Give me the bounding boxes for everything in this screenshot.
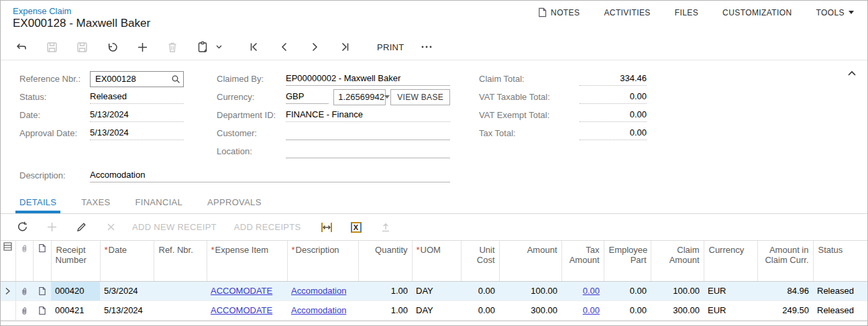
activities-menu-item[interactable]: ACTIVITIES bbox=[604, 8, 650, 17]
approval-date-value[interactable]: 5/13/2024 bbox=[90, 126, 184, 140]
reference-nbr-input[interactable]: EX000128 bbox=[90, 71, 184, 87]
column-amount-in-claim-curr[interactable]: Amount in Claim Curr. bbox=[757, 241, 813, 281]
notes-menu-item[interactable]: NOTES bbox=[538, 7, 580, 17]
more-actions-button[interactable] bbox=[418, 38, 435, 56]
files-menu-item[interactable]: FILES bbox=[675, 8, 698, 17]
cell-ref-nbr[interactable] bbox=[154, 281, 207, 301]
upload-file-button[interactable] bbox=[378, 219, 394, 235]
cell-currency[interactable]: EUR bbox=[704, 301, 757, 320]
previous-record-button[interactable] bbox=[276, 38, 293, 56]
column-currency[interactable]: Currency bbox=[704, 241, 757, 281]
customization-menu-item[interactable]: CUSTOMIZATION bbox=[722, 8, 792, 17]
cell-currency[interactable]: EUR bbox=[704, 281, 757, 301]
department-value[interactable]: FINANCE - Finance bbox=[286, 108, 450, 122]
cell-employee-part[interactable]: 0.00 bbox=[604, 281, 651, 301]
cell-expense-item[interactable]: ACCOMODATE bbox=[207, 301, 287, 320]
column-tax-amount[interactable]: Tax Amount bbox=[561, 241, 604, 281]
column-settings-button[interactable] bbox=[1, 241, 15, 281]
cell-quantity[interactable]: 1.00 bbox=[358, 281, 412, 301]
currency-code-field[interactable]: GBP bbox=[286, 90, 329, 104]
column-employee-part[interactable]: Employee Part bbox=[604, 241, 651, 281]
column-expense-item[interactable]: *Expense Item bbox=[207, 241, 287, 281]
row-selector[interactable] bbox=[1, 281, 15, 301]
cell-receipt-number[interactable]: 000421 bbox=[51, 301, 100, 320]
column-receipt-number[interactable]: Receipt Number bbox=[51, 241, 100, 281]
refresh-button[interactable] bbox=[14, 219, 30, 235]
first-record-button[interactable] bbox=[246, 38, 263, 56]
column-status[interactable]: Status bbox=[813, 241, 868, 281]
tab-approvals[interactable]: APPROVALS bbox=[207, 197, 262, 213]
view-base-button[interactable]: VIEW BASE bbox=[390, 89, 450, 105]
copy-paste-menu-caret[interactable] bbox=[214, 38, 223, 56]
cell-amount-in-claim-curr[interactable]: 84.96 bbox=[757, 281, 813, 301]
column-unit-cost[interactable]: Unit Cost bbox=[461, 241, 499, 281]
fit-to-screen-button[interactable] bbox=[319, 219, 335, 235]
cell-description[interactable]: Accomodation bbox=[287, 301, 358, 320]
cell-employee-part[interactable]: 0.00 bbox=[604, 301, 651, 320]
tab-financial[interactable]: FINANCIAL bbox=[135, 197, 183, 213]
row-selector[interactable] bbox=[1, 301, 15, 320]
customer-field[interactable] bbox=[286, 126, 450, 140]
delete-row-button[interactable] bbox=[103, 219, 119, 235]
cell-uom[interactable]: DAY bbox=[412, 281, 461, 301]
table-row[interactable]: 000421 5/13/2024 ACCOMODATE Accomodation… bbox=[1, 301, 868, 320]
cell-tax-amount[interactable]: 0.00 bbox=[561, 301, 604, 320]
column-description[interactable]: *Description bbox=[287, 241, 358, 281]
description-field[interactable]: Accomodation bbox=[90, 168, 450, 182]
cell-quantity[interactable]: 1.00 bbox=[358, 301, 412, 320]
tab-details[interactable]: DETAILS bbox=[19, 197, 56, 213]
cancel-undo-button[interactable] bbox=[103, 38, 121, 56]
back-button[interactable] bbox=[13, 38, 30, 56]
tools-menu-item[interactable]: TOOLS bbox=[816, 8, 854, 17]
cell-claim-amount[interactable]: 100.00 bbox=[651, 281, 704, 301]
edit-row-button[interactable] bbox=[73, 219, 89, 235]
add-new-receipt-button[interactable]: ADD NEW RECEIPT bbox=[132, 222, 217, 232]
cell-claim-amount[interactable]: 300.00 bbox=[651, 301, 704, 320]
column-amount[interactable]: Amount bbox=[499, 241, 561, 281]
location-field[interactable] bbox=[286, 144, 450, 158]
cell-tax-amount[interactable]: 0.00 bbox=[561, 281, 604, 301]
cell-uom[interactable]: DAY bbox=[412, 301, 461, 320]
column-ref-nbr[interactable]: Ref. Nbr. bbox=[154, 241, 207, 281]
delete-button[interactable] bbox=[164, 38, 181, 56]
save-and-close-button[interactable] bbox=[43, 38, 60, 56]
cell-description[interactable]: Accomodation bbox=[287, 281, 358, 301]
print-button[interactable]: PRINT bbox=[377, 42, 404, 52]
insert-button[interactable] bbox=[133, 38, 151, 56]
cell-unit-cost[interactable]: 0.00 bbox=[461, 281, 499, 301]
column-claim-amount[interactable]: Claim Amount bbox=[651, 241, 704, 281]
note-cell[interactable] bbox=[33, 281, 51, 301]
date-value[interactable]: 5/13/2024 bbox=[90, 108, 184, 122]
add-row-button[interactable] bbox=[44, 219, 60, 235]
attachment-cell[interactable] bbox=[15, 281, 33, 301]
export-to-excel-button[interactable]: X bbox=[348, 219, 364, 235]
cell-expense-item[interactable]: ACCOMODATE bbox=[207, 281, 287, 301]
copy-paste-button[interactable] bbox=[194, 38, 211, 56]
last-record-button[interactable] bbox=[336, 38, 354, 56]
cell-status[interactable]: Released bbox=[813, 301, 868, 320]
cell-ref-nbr[interactable] bbox=[154, 301, 207, 320]
column-uom[interactable]: *UOM bbox=[412, 241, 461, 281]
breadcrumb[interactable]: Expense Claim bbox=[13, 6, 71, 16]
add-receipts-button[interactable]: ADD RECEIPTS bbox=[234, 222, 301, 232]
cell-amount[interactable]: 300.00 bbox=[499, 301, 561, 320]
collapse-panel-button[interactable] bbox=[845, 66, 859, 80]
tab-taxes[interactable]: TAXES bbox=[81, 197, 110, 213]
currency-rate-combo[interactable]: 1.26569942 bbox=[333, 89, 386, 105]
save-button[interactable] bbox=[73, 38, 91, 56]
cell-status[interactable]: Released bbox=[813, 281, 868, 301]
note-cell[interactable] bbox=[33, 301, 51, 320]
cell-amount-in-claim-curr[interactable]: 249.50 bbox=[757, 301, 813, 320]
cell-unit-cost[interactable]: 0.00 bbox=[461, 301, 499, 320]
column-date[interactable]: *Date bbox=[100, 241, 154, 281]
next-record-button[interactable] bbox=[306, 38, 323, 56]
claimed-by-value[interactable]: EP00000002 - Maxwell Baker bbox=[286, 72, 450, 86]
table-row[interactable]: 000420 5/3/2024 ACCOMODATE Accomodation … bbox=[1, 281, 868, 301]
column-quantity[interactable]: Quantity bbox=[358, 241, 412, 281]
search-icon[interactable] bbox=[171, 74, 180, 84]
cell-receipt-number[interactable]: 000420 bbox=[51, 281, 100, 301]
cell-date[interactable]: 5/13/2024 bbox=[100, 301, 154, 320]
cell-date[interactable]: 5/3/2024 bbox=[100, 281, 154, 301]
attachment-cell[interactable] bbox=[15, 301, 33, 320]
cell-amount[interactable]: 100.00 bbox=[499, 281, 561, 301]
